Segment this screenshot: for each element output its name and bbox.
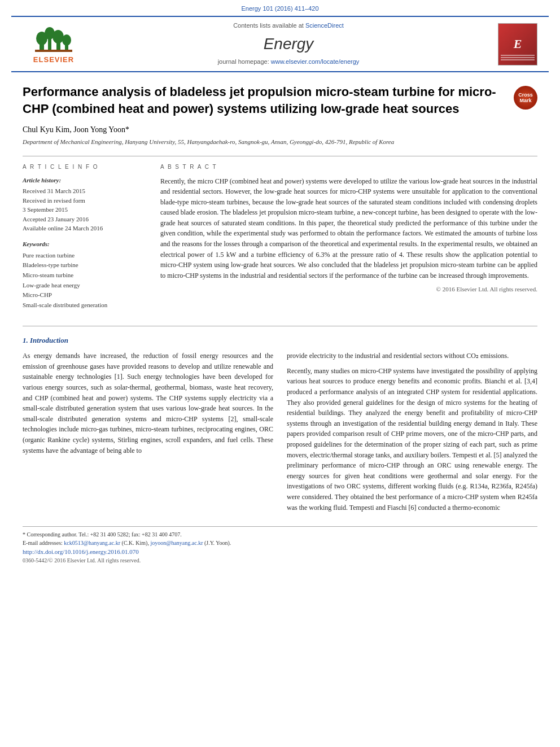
keyword-3: Micro-steam turbine — [23, 270, 147, 281]
abstract-col: A B S T R A C T Recently, the micro CHP … — [160, 163, 537, 317]
paper-title-text: Performance analysis of bladeless jet pr… — [23, 84, 508, 117]
journal-citation-bar: Energy 101 (2016) 411–420 — [0, 0, 560, 16]
authors-text: Chul Kyu Kim, Joon Yong Yoon* — [23, 125, 129, 134]
keyword-2: Bladeless-type turbine — [23, 260, 147, 270]
email-link-1[interactable]: kck0513@hanyang.ac.kr — [64, 540, 120, 546]
article-info-abstract-section: A R T I C L E I N F O Article history: R… — [23, 163, 537, 317]
email1-name: (C.K. Kim), — [122, 540, 149, 546]
doi-line: http://dx.doi.org/10.1016/j.energy.2016.… — [23, 547, 537, 557]
keywords-block: Keywords: Pure reaction turbine Bladeles… — [23, 240, 147, 311]
journal-citation: Energy 101 (2016) 411–420 — [242, 5, 319, 12]
elsevier-wordmark: ELSEVIER — [33, 55, 74, 65]
homepage-link[interactable]: www.elsevier.com/locate/energy — [271, 58, 360, 65]
svg-point-5 — [53, 30, 64, 43]
body-right-para-1: provide electricity to the industrial an… — [287, 351, 537, 361]
abstract-text: Recently, the micro CHP (combined heat a… — [160, 176, 537, 281]
abstract-heading: A B S T R A C T — [160, 163, 537, 172]
email2-name: (J.Y. Yoon). — [204, 540, 231, 546]
body-left-para-1: As energy demands have increased, the re… — [23, 351, 273, 456]
issn-line: 0360-5442/© 2016 Elsevier Ltd. All right… — [23, 557, 537, 565]
sciencedirect-link[interactable]: ScienceDirect — [305, 22, 344, 29]
revised-line: Received in revised form — [23, 196, 147, 206]
journal-thumbnail: E — [492, 23, 537, 65]
body-left-col: As energy demands have increased, the re… — [23, 351, 273, 517]
email-footnote: E-mail addresses: kck0513@hanyang.ac.kr … — [23, 539, 537, 547]
body-section: 1. Introduction As energy demands have i… — [23, 335, 537, 517]
header-center-block: Contents lists available at ScienceDirec… — [85, 21, 492, 67]
footnote-area: * Corresponding author. Tel.: +82 31 400… — [23, 526, 537, 565]
elsevier-tree-icon — [34, 23, 73, 54]
journal-name-header: Energy — [85, 33, 492, 56]
available-line: Available online 24 March 2016 — [23, 224, 147, 233]
homepage-line: journal homepage: www.elsevier.com/locat… — [85, 58, 492, 67]
body-two-col: As energy demands have increased, the re… — [23, 351, 537, 517]
corresponding-footnote: * Corresponding author. Tel.: +82 31 400… — [23, 530, 537, 539]
elsevier-logo: ELSEVIER — [23, 23, 85, 65]
email-link-2[interactable]: joyoon@hanyang.ac.kr — [150, 540, 203, 546]
keywords-label: Keywords: — [23, 240, 147, 249]
affiliation-line: Department of Mechanical Engineering, Ha… — [23, 138, 537, 147]
title-divider — [23, 156, 537, 156]
keyword-6: Small-scale distributed generation — [23, 300, 147, 311]
accepted-line: Accepted 23 January 2016 — [23, 215, 147, 224]
keyword-1: Pure reaction turbine — [23, 251, 147, 261]
journal-cover-image: E — [498, 23, 537, 65]
email-label: E-mail addresses: — [23, 540, 63, 546]
body-right-col: provide electricity to the industrial an… — [287, 351, 537, 517]
article-info-col: A R T I C L E I N F O Article history: R… — [23, 163, 147, 317]
doi-link[interactable]: http://dx.doi.org/10.1016/j.energy.2016.… — [23, 548, 139, 555]
article-info-heading: A R T I C L E I N F O — [23, 163, 147, 172]
abstract-body-divider — [23, 326, 537, 326]
copyright-line: © 2016 Elsevier Ltd. All rights reserved… — [160, 285, 537, 294]
sciencedirect-line: Contents lists available at ScienceDirec… — [85, 21, 492, 30]
revised-date-line: 3 September 2015 — [23, 205, 147, 215]
keyword-5: Micro-CHP — [23, 290, 147, 300]
svg-point-7 — [62, 34, 71, 46]
svg-rect-8 — [35, 50, 72, 52]
history-label: Article history: — [23, 176, 147, 185]
crossmark-badge[interactable]: CrossMark — [514, 86, 537, 110]
paper-title-block: Performance analysis of bladeless jet pr… — [23, 84, 537, 117]
received-line: Received 31 March 2015 — [23, 186, 147, 196]
authors-line: Chul Kyu Kim, Joon Yong Yoon* — [23, 124, 537, 136]
intro-heading: 1. Introduction — [23, 335, 537, 346]
article-history-block: Article history: Received 31 March 2015 … — [23, 176, 147, 233]
header-bar: ELSEVIER Contents lists available at Sci… — [11, 16, 549, 72]
body-right-para-2: Recently, many studies on micro-CHP syst… — [287, 366, 537, 513]
keyword-4: Low-grade heat energy — [23, 281, 147, 291]
